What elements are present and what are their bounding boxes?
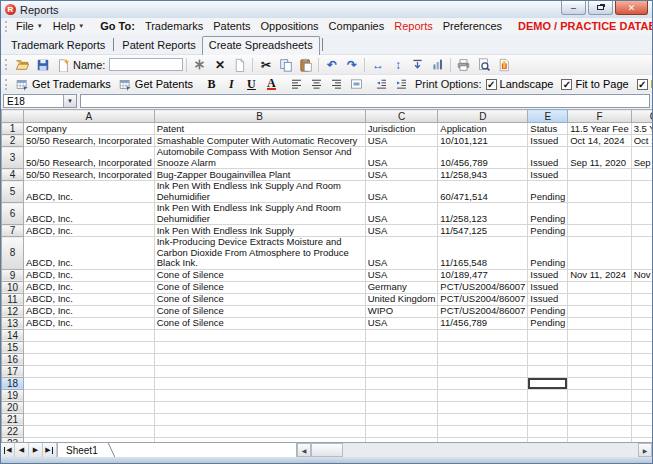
cell-F16[interactable] [568, 353, 631, 365]
print-preview-button[interactable] [474, 56, 493, 73]
cell-A13[interactable]: ABCD, Inc. [24, 317, 155, 329]
cell-G17[interactable] [631, 365, 652, 377]
cell-F9[interactable]: Nov 11, 2024 [568, 269, 631, 281]
cell-F12[interactable] [568, 305, 631, 317]
cell-E21[interactable] [528, 413, 568, 425]
row-header-16[interactable]: 16 [2, 353, 24, 365]
cell-B10[interactable]: Cone of Silence [154, 281, 365, 293]
row-height-button[interactable]: ↕ [388, 56, 407, 73]
checkbox-fit-to-page[interactable]: ✓Fit to Page [561, 78, 628, 90]
cell-E14[interactable] [528, 329, 568, 341]
cell-C10[interactable]: Germany [365, 281, 438, 293]
cell-D17[interactable] [438, 365, 528, 377]
cell-D7[interactable]: 11/547,125 [438, 225, 528, 237]
cell-C4[interactable]: USA [365, 169, 438, 181]
cell-G20[interactable] [631, 401, 652, 413]
tab-create-spreadsheets[interactable]: Create Spreadsheets [202, 36, 320, 55]
cell-A1[interactable]: Company [24, 123, 155, 135]
menu-preferences[interactable]: Preferences [438, 20, 507, 32]
cell-C5[interactable]: USA [365, 181, 438, 203]
cell-D14[interactable] [438, 329, 528, 341]
column-header-E[interactable]: E [528, 110, 568, 123]
cell-B7[interactable]: Ink Pen With Endless Ink Supply [154, 225, 365, 237]
fit-rows-button[interactable] [408, 56, 427, 73]
horizontal-scroll-thumb[interactable] [311, 443, 343, 457]
cell-D6[interactable]: 11/258,123 [438, 203, 528, 225]
cut-button[interactable]: ✂ [256, 56, 275, 73]
cell-A2[interactable]: 50/50 Research, Incorporated [24, 135, 155, 147]
cell-B17[interactable] [154, 365, 365, 377]
cell-E3[interactable]: Issued [528, 147, 568, 169]
cell-E10[interactable]: Issued [528, 281, 568, 293]
cell-C3[interactable]: USA [365, 147, 438, 169]
cell-C22[interactable] [365, 425, 438, 437]
cell-D13[interactable]: 11/456,789 [438, 317, 528, 329]
cell-E7[interactable]: Pending [528, 225, 568, 237]
cell-G19[interactable] [631, 389, 652, 401]
row-header-19[interactable]: 19 [2, 389, 24, 401]
column-header-B[interactable]: B [154, 110, 365, 123]
cell-D21[interactable] [438, 413, 528, 425]
cell-G6[interactable] [631, 203, 652, 225]
cell-C17[interactable] [365, 365, 438, 377]
restore-button[interactable] [588, 1, 613, 15]
cell-B20[interactable] [154, 401, 365, 413]
cell-G14[interactable] [631, 329, 652, 341]
cell-E9[interactable]: Issued [528, 269, 568, 281]
bar-chart-button[interactable] [428, 56, 447, 73]
row-header-21[interactable]: 21 [2, 413, 24, 425]
row-header-22[interactable]: 22 [2, 425, 24, 437]
cell-F8[interactable] [568, 237, 631, 270]
cell-B4[interactable]: Bug-Zapper Bougainvillea Plant [154, 169, 365, 181]
cell-D1[interactable]: Application [438, 123, 528, 135]
cell-G7[interactable] [631, 225, 652, 237]
cell-F21[interactable] [568, 413, 631, 425]
row-header-2[interactable]: 2 [2, 135, 24, 147]
cell-G2[interactable]: Oct 14, 2 [631, 135, 652, 147]
cell-B13[interactable]: Cone of Silence [154, 317, 365, 329]
cell-G13[interactable] [631, 317, 652, 329]
indent-increase-button[interactable] [392, 76, 411, 93]
cell-A7[interactable]: ABCD, Inc. [24, 225, 155, 237]
export-button[interactable] [494, 56, 513, 73]
cell-A3[interactable]: 50/50 Research, Incorporated [24, 147, 155, 169]
align-right-button[interactable] [327, 76, 346, 93]
cell-E2[interactable]: Issued [528, 135, 568, 147]
cell-C7[interactable]: USA [365, 225, 438, 237]
row-header-12[interactable]: 12 [2, 305, 24, 317]
checkbox-landscape[interactable]: ✓Landscape [486, 78, 554, 90]
cell-D20[interactable] [438, 401, 528, 413]
align-left-button[interactable] [287, 76, 306, 93]
cell-B16[interactable] [154, 353, 365, 365]
cell-E8[interactable]: Pending [528, 237, 568, 270]
underline-button[interactable]: U [242, 76, 261, 93]
row-header-6[interactable]: 6 [2, 203, 24, 225]
cell-E11[interactable]: Issued [528, 293, 568, 305]
menu-reports[interactable]: Reports [389, 20, 438, 32]
cell-A8[interactable]: ABCD, Inc. [24, 237, 155, 270]
cell-D11[interactable]: PCT/US2004/86007 [438, 293, 528, 305]
cell-C15[interactable] [365, 341, 438, 353]
cell-C20[interactable] [365, 401, 438, 413]
menu-patents[interactable]: Patents [208, 20, 255, 32]
cell-G22[interactable] [631, 425, 652, 437]
font-color-button[interactable]: A [267, 78, 276, 90]
sheet-tab-sheet1[interactable]: Sheet1 [58, 443, 102, 457]
cell-C13[interactable]: USA [365, 317, 438, 329]
scroll-right-icon[interactable]: ▶ [638, 443, 652, 457]
cell-C14[interactable] [365, 329, 438, 341]
horizontal-scrollbar[interactable]: ◀ ▶ [297, 443, 652, 457]
cell-D19[interactable] [438, 389, 528, 401]
cell-G16[interactable] [631, 353, 652, 365]
cell-C16[interactable] [365, 353, 438, 365]
row-header-5[interactable]: 5 [2, 181, 24, 203]
row-header-11[interactable]: 11 [2, 293, 24, 305]
cell-G10[interactable] [631, 281, 652, 293]
menu-file[interactable]: File▼ [11, 20, 48, 32]
get-patents-button[interactable]: Get Patents [115, 76, 196, 93]
cell-D15[interactable] [438, 341, 528, 353]
cell-E4[interactable]: Issued [528, 169, 568, 181]
cell-E6[interactable]: Pending [528, 203, 568, 225]
next-sheet-button[interactable]: ▶ [29, 443, 43, 457]
checkbox-icon[interactable]: ✓ [486, 79, 497, 90]
